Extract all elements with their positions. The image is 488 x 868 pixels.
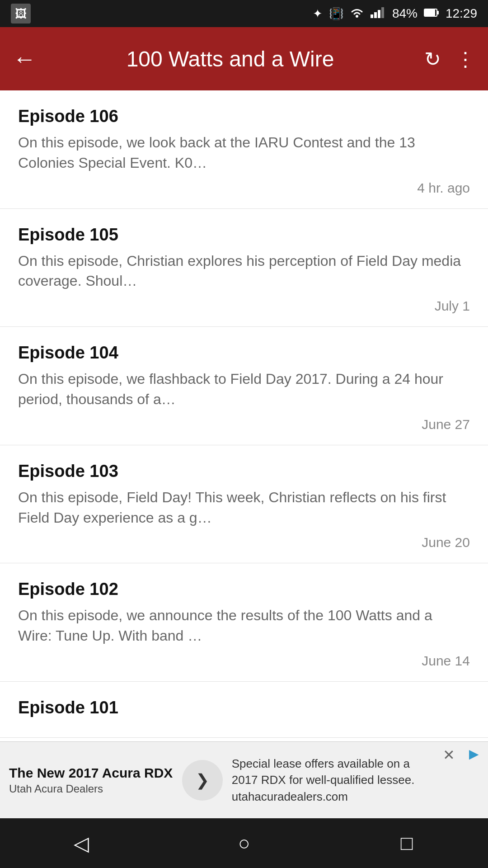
ad-title: The New 2017 Acura RDX	[9, 765, 173, 781]
refresh-button[interactable]: ↻	[424, 47, 441, 71]
episode-item[interactable]: Episode 101	[0, 682, 488, 738]
close-icon: ✕	[443, 746, 455, 764]
svg-rect-6	[437, 11, 439, 14]
app-bar-actions: ↻ ⋮	[424, 47, 475, 71]
episode-date: June 14	[18, 653, 470, 669]
page-title: 100 Watts and a Wire	[51, 47, 410, 71]
nav-recent-button[interactable]: □	[380, 825, 434, 861]
ad-subtitle: Utah Acura Dealers	[9, 783, 173, 795]
ad-arrow-button[interactable]: ❯	[182, 760, 223, 801]
wifi-icon	[350, 6, 364, 21]
nav-home-button[interactable]: ○	[217, 825, 271, 861]
ad-banner: The New 2017 Acura RDX Utah Acura Dealer…	[0, 741, 488, 818]
svg-rect-4	[381, 7, 384, 18]
episode-item[interactable]: Episode 103 On this episode, Field Day! …	[0, 445, 488, 564]
time-display: 12:29	[446, 6, 477, 21]
episodes-list: Episode 106 On this episode, we look bac…	[0, 90, 488, 741]
bluetooth-icon: ✦	[313, 7, 323, 21]
episode-date: June 27	[18, 417, 470, 432]
episode-item[interactable]: Episode 104 On this episode, we flashbac…	[0, 327, 488, 445]
status-icons: ✦ 📳 84% 12:29	[313, 6, 477, 21]
svg-rect-3	[378, 10, 380, 18]
nav-back-button[interactable]: ◁	[54, 825, 108, 861]
more-options-button[interactable]: ⋮	[455, 47, 475, 71]
episode-title: Episode 103	[18, 462, 470, 481]
app-bar: ← 100 Watts and a Wire ↻ ⋮	[0, 27, 488, 90]
svg-rect-7	[425, 9, 435, 16]
vibrate-icon: 📳	[329, 7, 343, 21]
episode-title: Episode 101	[18, 698, 470, 717]
photo-icon: 🖼	[11, 4, 31, 24]
episode-title: Episode 102	[18, 580, 470, 599]
battery-icon	[424, 7, 439, 21]
status-bar: 🖼 ✦ 📳 84%	[0, 0, 488, 27]
arrow-right-icon: ❯	[196, 771, 209, 790]
svg-rect-2	[374, 12, 377, 18]
episode-date: 4 hr. ago	[18, 180, 470, 196]
nav-bar: ◁ ○ □	[0, 818, 488, 868]
episode-description: On this episode, Christian explores his …	[18, 251, 470, 292]
ad-description: Special lease offers available on a 2017…	[232, 755, 428, 805]
ad-text-block: The New 2017 Acura RDX Utah Acura Dealer…	[9, 765, 173, 795]
episode-description: On this episode, we announce the results…	[18, 605, 470, 646]
battery-percentage: 84%	[392, 6, 418, 21]
episode-description: On this episode, we flashback to Field D…	[18, 369, 470, 410]
episode-date: July 1	[18, 298, 470, 314]
svg-point-0	[356, 15, 358, 18]
episode-date: June 20	[18, 535, 470, 550]
ad-play-icon: ▶	[469, 742, 479, 761]
episode-description: On this episode, Field Day! This week, C…	[18, 487, 470, 528]
signal-icon	[371, 6, 386, 21]
episode-title: Episode 104	[18, 343, 470, 363]
episode-description: On this episode, we look back at the IAR…	[18, 132, 470, 173]
status-bar-left: 🖼	[11, 4, 31, 24]
episode-title: Episode 106	[18, 107, 470, 126]
svg-rect-1	[371, 14, 373, 18]
episode-title: Episode 105	[18, 225, 470, 245]
episode-item[interactable]: Episode 106 On this episode, we look bac…	[0, 90, 488, 209]
episode-item[interactable]: Episode 102 On this episode, we announce…	[0, 563, 488, 682]
ad-close-button[interactable]: ✕	[437, 742, 460, 764]
episode-item[interactable]: Episode 105 On this episode, Christian e…	[0, 209, 488, 327]
back-button[interactable]: ←	[13, 47, 36, 71]
